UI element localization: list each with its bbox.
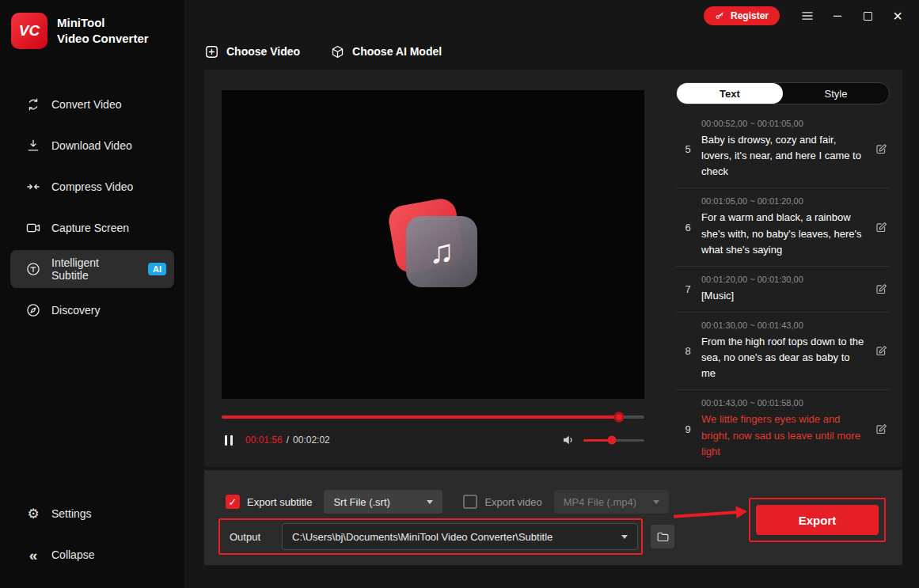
app-window: VC MiniTool Video Converter Convert Vide…: [0, 0, 919, 588]
collapse-icon: «: [25, 547, 41, 563]
sidebar-item-capture-screen[interactable]: Capture Screen: [10, 209, 174, 247]
minimize-button[interactable]: [829, 7, 846, 25]
menu-button[interactable]: [799, 7, 816, 25]
app-title-line1: MiniTool: [57, 15, 149, 31]
sidebar-item-intelligent-subtitle[interactable]: Intelligent Subtitle AI: [10, 250, 174, 288]
toolbar: Choose Video Choose AI Model: [204, 40, 442, 63]
speaker-icon[interactable]: [561, 433, 575, 447]
subtitle-tabs: Text Style: [676, 82, 890, 104]
volume-slider[interactable]: [583, 439, 644, 442]
choose-ai-model-button[interactable]: Choose AI Model: [330, 44, 442, 59]
app-logo-icon: VC: [11, 13, 47, 49]
export-subtitle-label: Export subtitle: [247, 496, 312, 508]
seek-bar[interactable]: [222, 415, 644, 419]
subtitle-timecode: 00:00:52,00 ~ 00:01:05,00: [701, 119, 867, 128]
pencil-icon: [875, 221, 888, 234]
edit-subtitle-button[interactable]: [873, 141, 890, 157]
gear-icon: ⚙: [25, 506, 41, 522]
sidebar-item-label: Capture Screen: [51, 222, 129, 234]
choose-video-button[interactable]: Choose Video: [204, 44, 300, 59]
download-icon: [25, 138, 41, 154]
browse-folder-button[interactable]: [651, 525, 674, 548]
music-note-icon: ♫: [429, 235, 454, 268]
edit-subtitle-button[interactable]: [873, 219, 890, 236]
seek-knob[interactable]: [613, 412, 624, 423]
sidebar-item-label: Discovery: [51, 304, 100, 317]
export-video-label: Export video: [484, 496, 541, 508]
subtitle-icon: [25, 261, 41, 277]
subtitle-timecode: 00:01:05,00 ~ 00:01:20,00: [701, 196, 867, 206]
subtitle-index: 9: [681, 423, 695, 435]
close-button[interactable]: ×: [889, 7, 906, 25]
subtitle-text: [Music]: [701, 288, 867, 304]
sidebar-item-settings[interactable]: ⚙ Settings: [10, 495, 174, 533]
export-subtitle-checkbox[interactable]: ✓: [226, 495, 240, 509]
register-button[interactable]: Register: [704, 6, 780, 25]
maximize-icon: [864, 12, 872, 21]
export-video-checkbox[interactable]: [463, 495, 477, 509]
titlebar: Register ×: [184, 0, 919, 32]
subtitle-format-dropdown[interactable]: Srt File (.srt): [324, 490, 442, 514]
sidebar-nav: Convert Video Download Video Compress Vi…: [0, 85, 184, 329]
subtitle-row-active[interactable]: 9 00:01:43,00 ~ 00:01:58,00 We little fi…: [676, 390, 890, 467]
edit-subtitle-button[interactable]: [873, 421, 890, 438]
sidebar-item-label: Settings: [51, 507, 92, 520]
tab-text[interactable]: Text: [677, 83, 783, 104]
video-format-value: MP4 File (.mp4): [564, 496, 644, 508]
pencil-icon: [875, 423, 888, 436]
convert-icon: [25, 97, 41, 112]
sidebar-item-download-video[interactable]: Download Video: [10, 127, 174, 165]
sidebar-item-convert-video[interactable]: Convert Video: [10, 85, 174, 123]
output-path-dropdown[interactable]: C:\Users\bj\Documents\MiniTool Video Con…: [282, 523, 638, 550]
pencil-icon: [875, 344, 888, 358]
choose-video-label: Choose Video: [226, 45, 300, 58]
edit-subtitle-button[interactable]: [873, 281, 890, 298]
export-button[interactable]: Export: [756, 505, 879, 535]
subtitle-row[interactable]: 7 00:01:20,00 ~ 00:01:30,00 [Music]: [676, 267, 890, 313]
compress-icon: [25, 179, 41, 195]
sidebar-item-label: Convert Video: [51, 98, 121, 111]
app-logo: VC MiniTool Video Converter: [0, 0, 184, 49]
player-pane: ♫ 00:01:56 / 00:02:02: [204, 70, 671, 467]
chevron-down-icon: [427, 500, 433, 504]
subtitle-row[interactable]: 5 00:00:52,00 ~ 00:01:05,00 Baby is drow…: [676, 111, 890, 188]
subtitle-panel: Text Style 5 00:00:52,00 ~ 00:01:05,00 B…: [671, 70, 902, 467]
subtitle-index: 5: [681, 143, 695, 155]
time-separator: /: [287, 434, 289, 446]
sidebar-item-collapse[interactable]: « Collapse: [10, 536, 174, 574]
video-format-dropdown[interactable]: MP4 File (.mp4): [554, 490, 669, 514]
subtitle-index: 8: [681, 345, 695, 357]
compass-icon: [25, 302, 41, 318]
current-time: 00:01:56: [245, 434, 283, 446]
folder-icon: [656, 530, 670, 544]
audio-artwork: ♫: [387, 200, 479, 289]
subtitle-row[interactable]: 6 00:01:05,00 ~ 00:01:20,00 For a warm a…: [676, 188, 890, 266]
player-controls: 00:01:56 / 00:02:02: [222, 430, 644, 450]
chevron-down-icon: [621, 535, 628, 539]
register-label: Register: [731, 10, 769, 21]
pencil-icon: [875, 283, 888, 296]
sidebar-footer: ⚙ Settings « Collapse: [10, 495, 174, 574]
edit-subtitle-button[interactable]: [873, 343, 890, 359]
camera-icon: [25, 220, 41, 236]
maximize-button[interactable]: [859, 7, 876, 25]
volume-knob[interactable]: [608, 436, 617, 445]
sidebar-item-compress-video[interactable]: Compress Video: [10, 168, 174, 206]
minimize-icon: [831, 9, 844, 22]
sidebar-item-discovery[interactable]: Discovery: [10, 291, 174, 329]
chevron-down-icon: [653, 500, 659, 504]
ai-badge: AI: [148, 263, 166, 275]
main-panel: ♫ 00:01:56 / 00:02:02: [204, 70, 902, 467]
subtitle-row[interactable]: 8 00:01:30,00 ~ 00:01:43,00 From the hig…: [676, 313, 890, 390]
total-duration: 00:02:02: [293, 434, 330, 446]
subtitle-index: 6: [681, 222, 695, 233]
subtitle-format-value: Srt File (.srt): [333, 496, 398, 508]
pause-icon: [225, 435, 227, 446]
tab-style[interactable]: Style: [783, 83, 889, 104]
app-title: MiniTool Video Converter: [57, 15, 149, 47]
pause-button[interactable]: [222, 432, 236, 449]
subtitle-index: 7: [681, 283, 695, 295]
subtitle-text: For a warm and black, a rainbow she's wi…: [701, 210, 867, 257]
subtitle-text: Baby is drowsy, cozy and fair, lovers, i…: [701, 132, 867, 180]
volume-controls: [561, 433, 644, 447]
